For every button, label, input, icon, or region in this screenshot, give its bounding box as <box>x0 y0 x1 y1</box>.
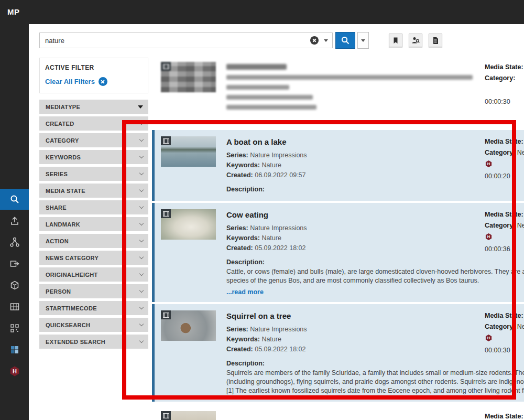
filter-person[interactable]: PERSON <box>39 284 148 298</box>
result-row-squirrel[interactable]: Squirrel on a tree Series: Nature Impres… <box>152 304 524 402</box>
filter-originalheight[interactable]: ORIGINALHEIGHT <box>39 267 148 282</box>
description-line: species of the genus Bos, and are most c… <box>226 276 524 285</box>
series-label: Series: <box>226 152 248 159</box>
redacted-line <box>226 95 313 100</box>
filter-label: ORIGINALHEIGHT <box>46 272 98 278</box>
read-more-link[interactable]: ...read more <box>226 288 524 296</box>
result-thumbnail[interactable] <box>161 209 216 240</box>
media-type-badge <box>161 411 171 420</box>
description-line: [1] The earliest known fossilized squirr… <box>226 386 524 395</box>
svg-text:H: H <box>487 234 490 239</box>
search-history-chevron-icon[interactable] <box>324 39 328 42</box>
series-label: Series: <box>226 224 248 232</box>
film-icon <box>163 138 169 144</box>
sidebar-item-upload[interactable] <box>0 210 29 231</box>
sidebar-item-media-grid[interactable] <box>0 296 29 317</box>
app-logo: MP <box>7 7 20 16</box>
filter-label: CATEGORY <box>46 137 79 144</box>
filter-label: KEYWORDS <box>46 154 81 160</box>
filter-action[interactable]: ACTION <box>39 234 148 248</box>
report-document-button[interactable] <box>429 34 442 47</box>
chevron-expanded-icon <box>138 105 143 109</box>
chevron-down-icon <box>139 322 144 326</box>
keywords-label: Keywords: <box>226 161 260 169</box>
result-row-redacted[interactable]: Media State: Category: 00:00:30 <box>152 56 524 126</box>
export-icon <box>9 259 20 269</box>
search-box <box>39 33 333 48</box>
sidebar-item-qr-scan[interactable] <box>0 317 29 339</box>
search-icon <box>341 36 350 45</box>
filter-keywords[interactable]: KEYWORDS <box>39 150 148 164</box>
description-line: Cattle, or cows (female) and bulls (male… <box>226 267 524 276</box>
description-label: Description: <box>226 185 307 195</box>
filter-label: CREATED <box>46 121 74 127</box>
filter-series[interactable]: SERIES <box>39 167 148 181</box>
apps-icon <box>9 344 20 355</box>
result-title: A boat on a lake <box>226 137 307 146</box>
document-icon <box>432 37 439 45</box>
chevron-down-icon <box>139 121 144 125</box>
user-search-icon <box>411 36 420 45</box>
top-bar: MP <box>0 0 524 24</box>
search-options-dropdown-button[interactable] <box>357 32 369 49</box>
sidebar-item-share[interactable] <box>0 231 29 253</box>
svg-text:H: H <box>487 336 490 340</box>
filter-label: MEDIA STATE <box>46 188 85 194</box>
hexagon-h-status-icon: H <box>485 233 493 241</box>
film-icon <box>163 64 169 69</box>
filter-news-category[interactable]: NEWS CATEGORY <box>39 251 148 265</box>
filter-label: SHARE <box>46 204 67 211</box>
result-row-partial[interactable]: Series: Keywords: Media State: Category:… <box>152 405 524 420</box>
chevron-down-icon <box>139 272 144 276</box>
sidebar-item-cube[interactable] <box>0 274 29 296</box>
media-type-badge <box>161 209 171 218</box>
filter-landmark[interactable]: LANDMARK <box>39 217 148 231</box>
duration: 00:00:20 <box>485 171 524 182</box>
filter-label: LANDMARK <box>46 221 80 228</box>
share-nodes-icon <box>9 237 20 247</box>
result-thumbnail[interactable] <box>161 136 216 167</box>
sidebar-item-search[interactable] <box>0 189 29 210</box>
keywords-value: Nature <box>261 336 281 343</box>
filter-starttimecode[interactable]: STARTTIMECODE <box>39 301 148 315</box>
sidebar-item-brand[interactable]: H <box>0 360 29 382</box>
category-label: Category: <box>485 73 524 84</box>
clear-all-filters-icon <box>99 77 107 86</box>
filter-quicksearch[interactable]: QUICKSEARCH <box>39 318 148 332</box>
category-label: Category: <box>485 149 515 156</box>
filter-extended-search[interactable]: EXTENDED SEARCH <box>39 335 148 349</box>
user-search-button[interactable] <box>409 34 422 47</box>
created-value: 06.09.2022 09:57 <box>255 171 305 179</box>
upload-icon <box>9 216 20 226</box>
search-button[interactable] <box>335 32 355 49</box>
result-thumbnail[interactable] <box>161 310 216 341</box>
search-icon <box>9 194 20 204</box>
bookmark-button[interactable] <box>389 34 402 47</box>
filter-created[interactable]: CREATED <box>39 116 148 131</box>
search-input[interactable] <box>45 37 310 45</box>
svg-text:H: H <box>487 161 490 166</box>
result-thumbnail[interactable] <box>161 411 216 420</box>
filter-category[interactable]: CATEGORY <box>39 133 148 147</box>
series-value: Nature Impressions <box>250 326 307 333</box>
description-label: Description: <box>226 359 524 369</box>
filter-label: ACTION <box>46 238 69 244</box>
film-icon <box>163 313 169 318</box>
filter-media-state[interactable]: MEDIA STATE <box>39 184 148 198</box>
clear-search-icon[interactable] <box>310 36 319 45</box>
search-toolbar <box>39 32 442 49</box>
filter-label: NEWS CATEGORY <box>46 255 99 261</box>
category-label: Category: <box>485 222 515 229</box>
clear-all-filters-link[interactable]: Clear All Filters <box>45 77 143 86</box>
sidebar-item-export[interactable] <box>0 253 29 274</box>
sidebar-item-apps[interactable] <box>0 339 29 360</box>
result-row-boat[interactable]: A boat on a lake Series: Nature Impressi… <box>152 130 524 201</box>
result-row-cow[interactable]: Cow eating Series: Nature Impressions Ke… <box>152 203 524 302</box>
active-filter-heading: ACTIVE FILTER <box>45 64 143 71</box>
description-line: (including groundhogs), flying squirrels… <box>226 378 524 386</box>
created-label: Created: <box>226 346 253 353</box>
result-thumbnail[interactable] <box>161 62 216 92</box>
filter-share[interactable]: SHARE <box>39 200 148 214</box>
filter-mediatype[interactable]: MEDIATYPE <box>39 100 148 114</box>
chevron-down-icon <box>361 39 365 42</box>
